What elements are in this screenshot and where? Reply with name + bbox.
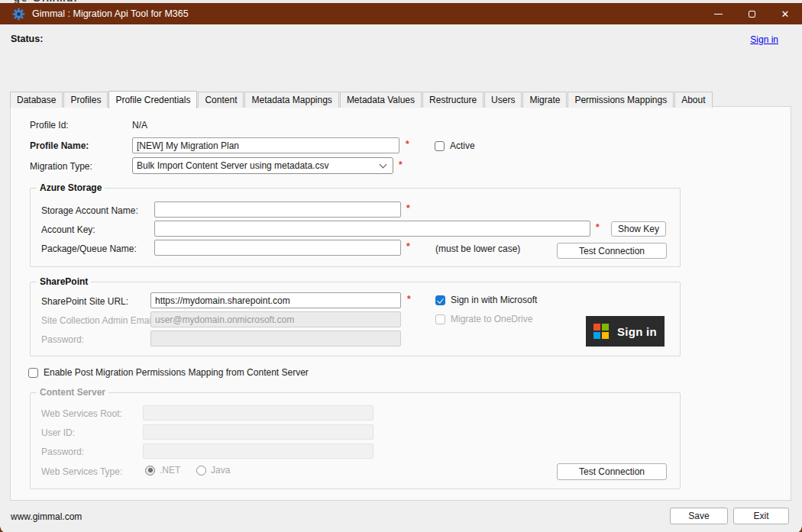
- sharepoint-site-url-input[interactable]: [150, 292, 401, 308]
- sharepoint-password-input: [150, 330, 401, 347]
- exit-button[interactable]: Exit: [733, 508, 789, 524]
- sharepoint-site-url-required-marker: *: [407, 294, 411, 305]
- web-services-root-input: [143, 405, 374, 421]
- maximize-button[interactable]: [735, 3, 768, 24]
- active-checkbox-label: Active: [450, 140, 475, 151]
- storage-account-name-required-marker: *: [406, 203, 410, 214]
- profile-credentials-panel: Profile Id: N/A Profile Name: * Active M…: [10, 106, 791, 501]
- save-button[interactable]: Save: [670, 508, 728, 524]
- admin-email-input: [150, 311, 401, 327]
- status-label: Status:: [11, 34, 43, 44]
- content-server-password-label: Password:: [41, 447, 84, 457]
- user-id-input: [143, 424, 374, 440]
- migrate-to-onedrive-checkbox-box: [435, 314, 445, 324]
- azure-test-connection-button[interactable]: Test Connection: [557, 243, 667, 259]
- gear-app-icon: [12, 8, 25, 21]
- active-checkbox-box[interactable]: [435, 141, 445, 151]
- migration-type-dropdown[interactable]: Bulk Import Content Server using metadat…: [132, 157, 393, 174]
- migrate-to-onedrive-checkbox: Migrate to OneDrive: [435, 314, 532, 324]
- migration-type-label: Migration Type:: [30, 161, 92, 172]
- window-controls: ✕: [701, 3, 802, 24]
- profile-id-value: N/A: [132, 120, 147, 131]
- azure-storage-group-title: Azure Storage: [37, 182, 105, 193]
- sign-in-with-microsoft-label: Sign in with Microsoft: [451, 295, 537, 305]
- microsoft-sign-in-button[interactable]: Sign in: [586, 316, 665, 347]
- content-server-group-title: Content Server: [37, 387, 108, 398]
- tab-database[interactable]: Database: [10, 92, 63, 108]
- content-server-password-input: [143, 443, 374, 459]
- azure-storage-group: Azure Storage Storage Account Name: * Ac…: [30, 188, 681, 267]
- storage-account-name-label: Storage Account Name:: [41, 205, 138, 216]
- tab-migrate[interactable]: Migrate: [522, 92, 567, 108]
- close-button[interactable]: ✕: [768, 3, 802, 24]
- window-corner-bottom-right: [794, 526, 802, 532]
- chevron-down-icon: [380, 161, 387, 169]
- radio-java-label: Java: [211, 465, 230, 476]
- package-queue-name-label: Package/Queue Name:: [41, 243, 137, 254]
- sharepoint-password-label: Password:: [41, 334, 84, 345]
- migration-type-value: Bulk Import Content Server using metadat…: [137, 160, 377, 171]
- account-key-input[interactable]: [154, 221, 590, 237]
- tab-metadata-values[interactable]: Metadata Values: [340, 92, 422, 108]
- account-key-label: Account Key:: [41, 224, 95, 235]
- sharepoint-site-url-label: SharePoint Site URL:: [41, 296, 128, 307]
- close-icon: ✕: [781, 9, 790, 19]
- web-services-root-label: Web Services Root:: [41, 408, 122, 419]
- window-title: Gimmal : Migration Api Tool for M365: [32, 8, 701, 19]
- tab-about[interactable]: About: [674, 92, 712, 108]
- enable-post-migration-checkbox-box[interactable]: [28, 368, 38, 378]
- tab-profile-credentials[interactable]: Profile Credentials: [108, 91, 197, 108]
- account-key-required-marker: *: [596, 222, 600, 233]
- admin-email-label: Site Collection Admin Email:: [41, 315, 156, 326]
- profile-name-label: Profile Name:: [30, 140, 89, 151]
- website-text: www.gimmal.com: [11, 511, 82, 522]
- microsoft-logo-icon: [593, 324, 609, 339]
- content-server-test-connection-button[interactable]: Test Connection: [557, 463, 667, 480]
- radio-java: Java: [196, 465, 230, 476]
- profile-id-label: Profile Id:: [30, 120, 69, 131]
- sharepoint-group-title: SharePoint: [37, 276, 91, 287]
- migrate-to-onedrive-label: Migrate to OneDrive: [451, 314, 532, 324]
- microsoft-sign-in-label: Sign in: [617, 325, 657, 338]
- user-id-label: User ID:: [41, 427, 75, 438]
- titlebar[interactable]: Gimmal : Migration Api Tool for M365 ✕: [0, 3, 802, 24]
- lower-case-note: (must be lower case): [435, 243, 520, 254]
- active-checkbox[interactable]: Active: [435, 140, 475, 151]
- migration-type-required-marker: *: [399, 160, 403, 170]
- maximize-icon: [749, 11, 755, 18]
- minimize-icon: [714, 14, 723, 15]
- tab-permissions-mappings[interactable]: Permissions Mappings: [568, 92, 674, 108]
- sharepoint-group: SharePoint SharePoint Site URL: * Sign i…: [30, 282, 681, 356]
- radio-java-circle: [196, 466, 206, 476]
- package-queue-name-required-marker: *: [406, 241, 410, 252]
- package-queue-name-input[interactable]: [154, 240, 401, 256]
- sign-in-link[interactable]: Sign in: [750, 34, 778, 45]
- enable-post-migration-checkbox[interactable]: Enable Post Migration Permissions Mappin…: [28, 367, 309, 378]
- tab-strip: Database Profiles Profile Credentials Co…: [10, 90, 713, 108]
- sign-in-with-microsoft-checkbox[interactable]: Sign in with Microsoft: [435, 295, 537, 305]
- tab-restructure[interactable]: Restructure: [422, 92, 483, 108]
- radio-dotnet-label: .NET: [160, 465, 180, 476]
- window-corner-bottom-left: [0, 526, 8, 532]
- app-window: ge Gimmal Gimmal : Migration Api Tool fo…: [0, 0, 802, 532]
- profile-name-required-marker: *: [406, 139, 409, 150]
- radio-dotnet: .NET: [145, 465, 180, 476]
- tab-users[interactable]: Users: [484, 92, 522, 108]
- tab-profiles[interactable]: Profiles: [63, 92, 108, 108]
- enable-post-migration-label: Enable Post Migration Permissions Mappin…: [44, 367, 309, 378]
- tab-content[interactable]: Content: [198, 92, 244, 108]
- storage-account-name-input[interactable]: [154, 202, 401, 218]
- web-services-type-label: Web Services Type:: [41, 466, 122, 477]
- radio-dotnet-circle: [145, 466, 155, 476]
- tab-metadata-mappings[interactable]: Metadata Mappings: [244, 92, 338, 108]
- show-key-button[interactable]: Show Key: [611, 221, 666, 237]
- profile-name-input[interactable]: [132, 137, 399, 153]
- content-server-group: Content Server Web Services Root: User I…: [30, 392, 681, 489]
- sign-in-with-microsoft-checkbox-box[interactable]: [435, 295, 445, 305]
- minimize-button[interactable]: [701, 3, 735, 24]
